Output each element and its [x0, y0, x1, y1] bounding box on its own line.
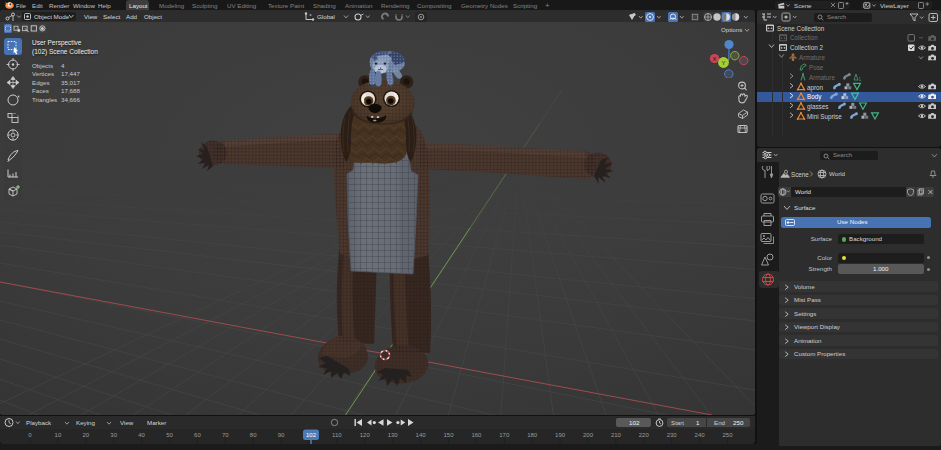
svg-text:Pose: Pose	[809, 64, 824, 71]
svg-text:Mini Suprise: Mini Suprise	[807, 113, 842, 121]
svg-text:50: 50	[166, 432, 173, 438]
svg-text:30: 30	[110, 432, 117, 438]
svg-text:apron: apron	[807, 84, 824, 92]
svg-text:60: 60	[194, 432, 201, 438]
svg-text:110: 110	[332, 432, 342, 438]
svg-text:40: 40	[138, 432, 145, 438]
svg-text:Armature: Armature	[809, 74, 835, 81]
svg-text:220: 220	[639, 432, 650, 438]
svg-text:1: 1	[859, 76, 862, 82]
svg-text:0: 0	[28, 432, 32, 438]
svg-text:250: 250	[722, 432, 733, 438]
svg-text:120: 120	[360, 432, 371, 438]
svg-text:190: 190	[555, 432, 566, 438]
svg-text:170: 170	[499, 432, 510, 438]
svg-text:150: 150	[443, 432, 454, 438]
svg-text:Armature: Armature	[799, 54, 825, 61]
svg-text:10: 10	[55, 432, 62, 438]
svg-text:20: 20	[82, 432, 89, 438]
svg-text:Body: Body	[807, 93, 822, 101]
svg-text:130: 130	[388, 432, 399, 438]
svg-text:140: 140	[416, 432, 427, 438]
svg-text:80: 80	[250, 432, 257, 438]
svg-text:90: 90	[278, 432, 285, 438]
svg-text:Scene Collection: Scene Collection	[777, 25, 825, 32]
svg-text:Scene: Scene	[791, 171, 809, 178]
svg-text:Collection: Collection	[790, 34, 818, 41]
svg-text:70: 70	[222, 432, 229, 438]
svg-text:X: X	[712, 56, 716, 62]
svg-text:Y: Y	[721, 60, 725, 66]
svg-text:200: 200	[583, 432, 594, 438]
svg-text:180: 180	[527, 432, 538, 438]
svg-text:160: 160	[471, 432, 482, 438]
svg-text:240: 240	[695, 432, 706, 438]
svg-text:102: 102	[306, 432, 317, 438]
svg-text:210: 210	[611, 432, 622, 438]
svg-text:glasses: glasses	[807, 103, 828, 111]
svg-text:230: 230	[667, 432, 678, 438]
svg-text:Collection 2: Collection 2	[790, 44, 823, 51]
